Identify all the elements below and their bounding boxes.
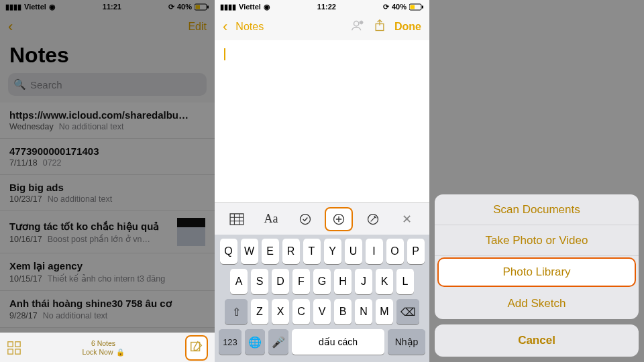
key-j[interactable]: J: [355, 269, 372, 294]
carrier-label: Viettel: [24, 3, 46, 11]
key-k[interactable]: K: [376, 269, 393, 294]
key-f[interactable]: F: [292, 269, 310, 294]
notes-count-label: 6 Notes: [82, 339, 124, 348]
key-i[interactable]: I: [366, 239, 383, 264]
list-item[interactable]: Big big ads10/23/17No additional text: [0, 175, 215, 211]
key-w[interactable]: W: [241, 239, 258, 264]
svg-rect-10: [422, 5, 423, 8]
svg-point-11: [354, 21, 359, 26]
key-n[interactable]: N: [355, 299, 372, 324]
carrier-label: Viettel: [239, 3, 261, 11]
svg-rect-2: [207, 5, 209, 8]
page-title: Notes: [0, 40, 215, 73]
screen-note-editor: ▮▮▮▮Viettel◉ 11:22 ⟳40% ‹Notes Done Aa ✕…: [215, 0, 429, 362]
share-icon[interactable]: [373, 18, 386, 36]
key-a[interactable]: A: [230, 269, 248, 294]
key-z[interactable]: Z: [251, 299, 268, 324]
notes-count-area: 6 Notes Lock Now🔒: [82, 339, 124, 356]
screen-insert-sheet: ▮▮▮▮Viettel◉ 11:23 ⟳40% ‹Notes Done Scan…: [429, 0, 644, 362]
key-b[interactable]: B: [334, 299, 352, 324]
key-e[interactable]: E: [262, 239, 279, 264]
key-d[interactable]: D: [272, 269, 289, 294]
svg-rect-14: [230, 213, 244, 224]
note-thumbnail: [177, 218, 205, 246]
back-button[interactable]: Notes: [235, 21, 264, 33]
key-p[interactable]: P: [407, 239, 425, 264]
note-text-area[interactable]: [215, 40, 429, 202]
markup-icon[interactable]: [359, 207, 387, 231]
svg-rect-3: [8, 341, 13, 346]
compose-button[interactable]: [185, 335, 208, 361]
svg-point-15: [300, 214, 310, 224]
checklist-icon[interactable]: [291, 207, 319, 231]
photo-library-button[interactable]: Photo Library: [437, 257, 636, 287]
search-icon: 🔍: [13, 78, 26, 90]
list-item[interactable]: https://www.icloud.com/sharedalbu…Wednes…: [0, 103, 215, 139]
signal-icon: ▮▮▮▮: [5, 3, 21, 11]
svg-rect-6: [15, 349, 20, 353]
clock-label: 11:22: [317, 3, 336, 11]
collaborate-icon[interactable]: [350, 18, 365, 36]
close-icon[interactable]: ✕: [393, 207, 421, 231]
plus-icon[interactable]: [325, 207, 353, 231]
edit-button[interactable]: Edit: [188, 21, 207, 33]
cancel-button[interactable]: Cancel: [435, 324, 639, 357]
battery-percent: 40%: [177, 3, 192, 11]
svg-rect-4: [15, 341, 20, 346]
space-key[interactable]: dấu cách: [292, 329, 384, 355]
key-c[interactable]: C: [292, 299, 310, 324]
return-key[interactable]: Nhập: [388, 329, 425, 355]
globe-key[interactable]: 🌐: [245, 329, 265, 355]
nav-bar: ‹Notes Done: [215, 13, 429, 40]
battery-percent: 40%: [392, 3, 407, 11]
key-h[interactable]: H: [334, 269, 352, 294]
status-bar: ▮▮▮▮ Viettel ◉ 11:21 ⟳ 40%: [0, 0, 215, 13]
key-t[interactable]: T: [303, 239, 321, 264]
list-item[interactable]: Anh thái hoàng shine30 758 âu cơ9/28/17N…: [0, 291, 215, 328]
wifi-icon: ◉: [49, 3, 56, 11]
text-format-icon[interactable]: Aa: [257, 207, 285, 231]
key-o[interactable]: O: [386, 239, 404, 264]
key-u[interactable]: U: [345, 239, 362, 264]
nav-bar: ‹ Edit: [0, 13, 215, 40]
shift-key[interactable]: ⇧: [225, 299, 248, 324]
action-sheet: Scan Documents Take Photo or Video Photo…: [429, 189, 644, 362]
list-item[interactable]: 47739000001714037/11/180722: [0, 139, 215, 175]
list-item[interactable]: Xem lại agency10/15/17Thiết kế ảnh cho i…: [0, 253, 215, 291]
rotation-lock-icon: ⟳: [168, 3, 174, 11]
key-m[interactable]: M: [376, 299, 393, 324]
battery-icon: [195, 3, 209, 11]
table-icon[interactable]: [223, 207, 251, 231]
scan-documents-button[interactable]: Scan Documents: [435, 194, 639, 225]
key-x[interactable]: X: [272, 299, 289, 324]
bottom-toolbar: 6 Notes Lock Now🔒: [0, 333, 215, 362]
key-g[interactable]: G: [313, 269, 331, 294]
back-icon[interactable]: ‹: [223, 18, 227, 36]
rotation-lock-icon: ⟳: [383, 3, 389, 11]
keyboard-toolbar: Aa ✕: [215, 202, 429, 235]
key-l[interactable]: L: [396, 269, 414, 294]
svg-rect-9: [410, 5, 415, 9]
back-icon[interactable]: ‹: [8, 18, 13, 36]
numbers-key[interactable]: 123: [219, 329, 241, 355]
lock-icon: 🔒: [116, 348, 125, 357]
lock-now-button[interactable]: Lock Now: [82, 348, 113, 357]
search-input[interactable]: 🔍 Search: [8, 73, 207, 96]
delete-key[interactable]: ⌫: [396, 299, 419, 324]
key-s[interactable]: S: [251, 269, 268, 294]
key-v[interactable]: V: [313, 299, 331, 324]
done-button[interactable]: Done: [394, 21, 421, 33]
take-photo-button[interactable]: Take Photo or Video: [435, 225, 639, 256]
svg-rect-5: [8, 349, 13, 353]
add-sketch-button[interactable]: Add Sketch: [435, 288, 639, 319]
mic-key[interactable]: 🎤: [268, 329, 288, 355]
list-item[interactable]: Tương tác tốt ko chắc hiệu quả10/16/17Bo…: [0, 211, 215, 253]
key-q[interactable]: Q: [220, 239, 237, 264]
key-y[interactable]: Y: [324, 239, 341, 264]
wifi-icon: ◉: [264, 3, 270, 11]
signal-icon: ▮▮▮▮: [220, 3, 236, 11]
notes-list: https://www.icloud.com/sharedalbu…Wednes…: [0, 103, 215, 328]
key-r[interactable]: R: [282, 239, 300, 264]
svg-rect-1: [195, 5, 200, 9]
folders-icon[interactable]: [7, 341, 21, 355]
